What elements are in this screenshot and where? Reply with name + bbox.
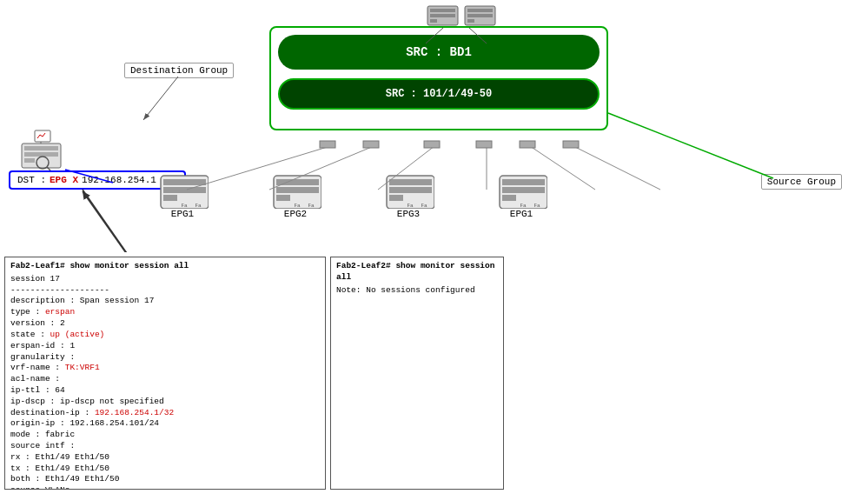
terminal-line-dstip: destination-ip : 192.168.254.1/32	[10, 408, 320, 419]
dst-ip-address: 192.168.254.1	[82, 175, 156, 185]
svg-rect-2	[430, 9, 455, 12]
epg1-switch-icon: Fa Fa	[156, 174, 209, 209]
terminal-leaf2-title: Fab2-Leaf2# show monitor session all	[336, 261, 498, 284]
terminal-leaf1-title: Fab2-Leaf1# show monitor session all	[10, 261, 320, 272]
terminal-leaf1-monitor: Fab2-Leaf1# show monitor session all ses…	[4, 257, 326, 490]
svg-rect-27	[276, 187, 319, 193]
svg-text:Fa: Fa	[520, 203, 527, 209]
svg-rect-32	[389, 179, 432, 185]
svg-rect-8	[467, 19, 474, 23]
svg-rect-33	[389, 187, 432, 193]
svg-rect-10	[24, 146, 58, 150]
svg-rect-54	[476, 141, 492, 148]
terminal-line-erspan: erspan-id : 1	[10, 341, 320, 352]
terminal-line-tx: tx : Eth1/49 Eth1/50	[10, 464, 320, 475]
epg1-label: EPG1	[171, 209, 194, 219]
dst-prefix: DST :	[17, 175, 46, 185]
svg-text:Fa: Fa	[308, 203, 315, 209]
epg2-label: EPG2	[284, 209, 307, 219]
svg-rect-7	[467, 14, 493, 17]
terminal-line-state: state : up (active)	[10, 330, 320, 341]
epg-node-3: Fa Fa EPG3	[374, 174, 443, 219]
network-device-icon	[17, 126, 70, 174]
source-group-label: Source Group	[761, 174, 842, 190]
svg-text:Fa: Fa	[407, 203, 414, 209]
svg-rect-52	[363, 141, 379, 148]
terminal-line-session: session 17	[10, 274, 320, 285]
svg-rect-3	[430, 14, 455, 17]
terminal-line-rx: rx : Eth1/49 Eth1/50	[10, 452, 320, 464]
terminal-line-mode: mode : fabric	[10, 430, 320, 441]
svg-text:Fa: Fa	[195, 203, 202, 209]
epg-node-1: Fa Fa EPG1	[148, 174, 217, 219]
destination-group-label: Destination Group	[124, 63, 234, 78]
svg-rect-11	[24, 152, 58, 157]
epg2-switch-icon: Fa Fa	[269, 174, 321, 209]
svg-rect-20	[163, 179, 206, 185]
terminal-line-srcvlan: source VLANs	[10, 485, 320, 490]
terminal-line-type: type : erspan	[10, 307, 320, 318]
svg-rect-55	[520, 141, 535, 148]
terminal-line-version: version : 2	[10, 318, 320, 330]
dest-group-arrow	[135, 77, 213, 129]
terminal-line-gran: granularity :	[10, 352, 320, 364]
epg1b-switch-icon: Fa Fa	[495, 174, 547, 209]
src-bd1-label: SRC : BD1	[278, 35, 600, 70]
svg-rect-51	[320, 141, 335, 148]
svg-rect-34	[389, 195, 403, 201]
svg-line-58	[608, 113, 773, 178]
svg-rect-6	[467, 9, 493, 12]
terminal-line-vrf: vrf-name : TK:VRF1	[10, 363, 320, 374]
terminal-line-desc: description : Span session 17	[10, 296, 320, 307]
svg-rect-4	[430, 19, 437, 23]
svg-text:Fa: Fa	[421, 203, 427, 209]
terminal-line-srcintf: source intf :	[10, 441, 320, 452]
terminal-line-ttl: ip-ttl : 64	[10, 385, 320, 397]
svg-rect-40	[502, 195, 516, 201]
epg-identifier: EPG X	[50, 175, 78, 185]
epg3-label: EPG3	[397, 209, 420, 219]
svg-rect-12	[24, 158, 35, 163]
svg-rect-22	[163, 195, 177, 201]
terminal-leaf2-monitor: Fab2-Leaf2# show monitor session all Not…	[330, 257, 504, 490]
svg-rect-53	[424, 141, 440, 148]
svg-rect-39	[502, 187, 545, 193]
src-bd1-container: SRC : BD1 SRC : 101/1/49-50	[269, 26, 608, 130]
terminals-section: Fab2-Leaf1# show monitor session all ses…	[0, 252, 868, 494]
terminal-line-sep1: --------------------	[10, 285, 320, 297]
svg-rect-56	[563, 141, 579, 148]
network-diagram: Destination Group Source Group SRC : BD1…	[0, 0, 868, 252]
svg-text:Fa: Fa	[533, 203, 540, 209]
svg-rect-26	[276, 179, 319, 185]
terminal-line-origip: origin-ip : 192.168.254.101/24	[10, 418, 320, 430]
svg-text:Fa: Fa	[181, 203, 188, 209]
terminal-leaf2-note: Note: No sessions configured	[336, 285, 498, 297]
epg3-switch-icon: Fa Fa	[382, 174, 434, 209]
epg-node-4: Fa Fa EPG1	[487, 174, 556, 219]
epg-container: Fa Fa EPG1 Fa Fa EPG2 Fa	[148, 174, 556, 219]
src-port-label: SRC : 101/1/49-50	[278, 78, 600, 110]
svg-rect-38	[502, 179, 545, 185]
svg-rect-28	[276, 195, 290, 201]
terminal-line-dscp: ip-dscp : ip-dscp not specified	[10, 397, 320, 408]
svg-text:Fa: Fa	[294, 203, 301, 209]
svg-line-50	[573, 146, 660, 190]
epg1b-label: EPG1	[510, 209, 533, 219]
terminal-line-acl: acl-name :	[10, 374, 320, 385]
epg-node-2: Fa Fa EPG2	[261, 174, 330, 219]
svg-rect-21	[163, 187, 206, 193]
terminal-line-both: both : Eth1/49 Eth1/50	[10, 474, 320, 485]
